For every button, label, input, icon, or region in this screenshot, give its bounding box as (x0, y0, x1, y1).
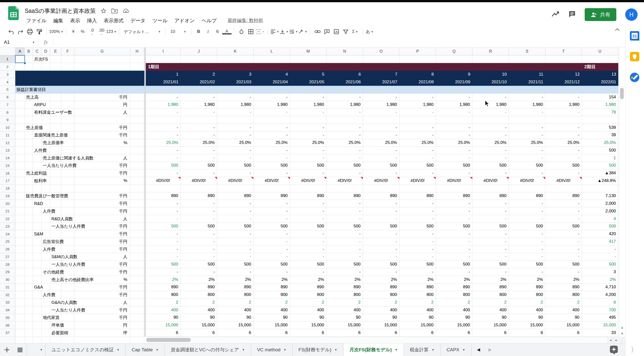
cell-G1[interactable] (74, 55, 130, 63)
formula-input[interactable] (54, 37, 625, 47)
cell-O33[interactable]: 2 (363, 299, 400, 306)
cell-B27[interactable] (25, 253, 33, 261)
cell-Q14[interactable]: - (436, 154, 472, 162)
cell-R18[interactable] (472, 185, 509, 192)
row-header-2[interactable]: 2 (0, 63, 15, 71)
cell-M14[interactable]: - (290, 154, 327, 162)
cell-I21[interactable]: - (146, 207, 181, 215)
cell-O29[interactable]: - (363, 268, 400, 276)
cell-I27[interactable]: - (146, 253, 181, 261)
account-avatar[interactable]: H (625, 9, 638, 21)
cell-A13[interactable] (15, 147, 25, 154)
cell-A21[interactable] (15, 207, 25, 215)
tab-scroll-left-icon[interactable]: ◀ (477, 347, 480, 352)
column-header-A[interactable]: A (15, 48, 25, 55)
cell-U1[interactable] (582, 55, 618, 63)
cell-O27[interactable]: - (363, 253, 400, 261)
cell-O18[interactable] (363, 185, 400, 192)
cell-I9[interactable] (146, 116, 181, 124)
cell-Q1[interactable] (436, 55, 472, 63)
cell-Q22[interactable]: - (436, 215, 472, 223)
cell-H13[interactable] (130, 147, 144, 154)
cell-T8[interactable]: - (546, 109, 582, 116)
cell-K8[interactable]: - (217, 109, 254, 116)
cell-E1[interactable] (50, 55, 61, 63)
cell-B24[interactable] (25, 230, 33, 238)
cell-B15[interactable] (25, 162, 33, 170)
cell-N15[interactable]: 500 (326, 162, 363, 170)
sheet-tab-menu-icon[interactable]: ▼ (395, 348, 398, 351)
cell-U7[interactable]: 1,980 (582, 101, 618, 109)
cell-U37[interactable]: 33 (582, 329, 618, 337)
cell-T21[interactable]: - (546, 207, 582, 215)
cell-E9[interactable] (50, 116, 61, 124)
month-date-9[interactable]: 2021/09 (436, 78, 472, 86)
cell-J10[interactable]: - (181, 124, 217, 132)
cell-J33[interactable]: 2 (181, 299, 217, 306)
cell-M9[interactable] (290, 116, 327, 124)
cell-S28[interactable]: 500 (509, 261, 546, 268)
cell-S22[interactable]: - (509, 215, 546, 223)
cell-T25[interactable]: - (546, 238, 582, 245)
cell-T26[interactable]: - (546, 245, 582, 253)
cell-J12[interactable]: 25.0% (181, 139, 217, 147)
menu-item-データ[interactable]: データ (127, 17, 149, 24)
cell-C14[interactable] (33, 154, 42, 162)
cell-I36[interactable]: 15,000 (146, 321, 181, 329)
cell-L23[interactable]: 500 (254, 223, 290, 230)
cell-Q10[interactable]: - (436, 124, 472, 132)
cell-H20[interactable] (130, 200, 144, 207)
cell-P22[interactable]: - (400, 215, 436, 223)
cell-P28[interactable]: 500 (400, 261, 436, 268)
cell-N30[interactable]: 2% (326, 276, 363, 283)
cell-L11[interactable]: - (254, 132, 290, 139)
cell-P35[interactable]: 90 (400, 314, 436, 322)
cell-U9[interactable] (582, 116, 618, 124)
cell-S32[interactable]: 800 (509, 291, 546, 299)
cell-H25[interactable] (130, 238, 144, 245)
cell-S7[interactable]: 1,980 (509, 101, 546, 109)
cell-C22[interactable] (33, 215, 42, 223)
cell-I6[interactable]: - (146, 94, 181, 101)
cell-F13[interactable] (61, 147, 74, 154)
sheet-tab-FS(財務モデル)[interactable]: FS(財務モデル)▼ (292, 343, 344, 356)
row-header-29[interactable]: 29 (0, 268, 15, 276)
cell-C25[interactable] (33, 238, 42, 245)
cell-J35[interactable]: 90 (181, 314, 217, 322)
cell-C18[interactable] (33, 185, 42, 192)
cell-F9[interactable] (61, 116, 74, 124)
cell-H15[interactable] (130, 162, 144, 170)
column-header-O[interactable]: O (363, 48, 400, 55)
cell-I16[interactable]: - (146, 169, 181, 177)
row-header-1[interactable]: 1 (0, 55, 15, 63)
cell-H38[interactable] (130, 337, 144, 343)
cell-E16[interactable] (50, 169, 61, 177)
cell-K30[interactable]: 2% (217, 276, 254, 283)
column-header-G[interactable]: G (74, 48, 130, 55)
cell-Q9[interactable] (436, 116, 472, 124)
cell-K11[interactable]: - (217, 132, 254, 139)
cell-B34[interactable] (25, 306, 33, 314)
cell-R20[interactable]: - (472, 200, 509, 207)
cell-N27[interactable]: - (326, 253, 363, 261)
cell-F38[interactable] (61, 337, 74, 343)
sheet-tab-資金調達額とVCへの付与シェア[interactable]: 資金調達額とVCへの付与シェア▼ (165, 343, 251, 356)
vertical-scrollbar-thumb[interactable] (620, 88, 624, 99)
star-icon[interactable] (100, 8, 106, 14)
cell-A12[interactable] (15, 139, 25, 147)
cell-Q23[interactable]: 500 (436, 223, 472, 230)
cell-D2[interactable] (42, 63, 50, 71)
cell-Q33[interactable]: 2 (436, 299, 472, 306)
cell-T6[interactable]: - (546, 94, 582, 101)
cell-I31[interactable]: 890 (146, 283, 181, 291)
sheet-tab-税金計算[interactable]: 税金計算▼ (404, 343, 440, 356)
cell-H21[interactable] (130, 207, 144, 215)
insert-chart-button[interactable] (332, 27, 341, 37)
cell-H2[interactable] (130, 63, 144, 71)
sheet-tab-menu-icon[interactable]: ▼ (40, 348, 43, 351)
cell-S18[interactable] (509, 185, 546, 192)
cell-B7[interactable] (25, 101, 33, 109)
sheet-tab-menu-icon[interactable]: ▼ (334, 348, 337, 351)
cell-A26[interactable] (15, 245, 25, 253)
cell-K22[interactable]: - (217, 215, 254, 223)
